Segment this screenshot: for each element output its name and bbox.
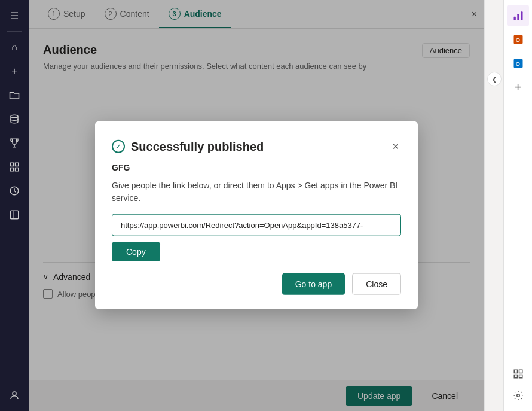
expand-icon[interactable] xyxy=(507,363,529,385)
copy-button[interactable]: Copy xyxy=(112,242,160,261)
svg-rect-4 xyxy=(16,168,19,171)
hamburger-menu-icon[interactable]: ☰ xyxy=(4,5,25,26)
modal-title-row: ✓ Successfully published xyxy=(112,139,264,153)
close-modal-button[interactable]: Close xyxy=(352,273,401,294)
svg-rect-1 xyxy=(10,163,13,166)
office-icon[interactable]: O xyxy=(507,29,529,50)
right-icons-panel: O O + xyxy=(503,0,532,411)
panel-icon[interactable] xyxy=(4,204,25,226)
modal-title: Successfully published xyxy=(131,139,264,153)
modal-app-name: GFG xyxy=(112,162,401,172)
svg-rect-2 xyxy=(16,163,19,166)
svg-rect-3 xyxy=(10,168,13,171)
svg-point-7 xyxy=(13,392,16,395)
success-modal: ✓ Successfully published × GFG Give peop… xyxy=(95,121,418,309)
modal-header: ✓ Successfully published × xyxy=(112,138,401,155)
home-icon[interactable]: ⌂ xyxy=(4,36,25,58)
modal-link-url: https://app.powerbi.com/Redirect?action=… xyxy=(112,214,401,236)
folder-icon[interactable] xyxy=(4,84,25,106)
svg-rect-8 xyxy=(513,17,515,20)
svg-rect-9 xyxy=(517,14,519,20)
svg-point-0 xyxy=(11,115,18,118)
svg-text:O: O xyxy=(515,37,519,43)
settings-icon[interactable] xyxy=(507,385,529,406)
go-to-app-button[interactable]: Go to app xyxy=(282,273,346,294)
svg-point-19 xyxy=(516,394,519,397)
svg-rect-10 xyxy=(521,11,522,20)
add-icon[interactable]: + xyxy=(4,60,25,82)
svg-rect-16 xyxy=(519,370,522,373)
bottom-right-icons xyxy=(507,363,529,406)
learn-icon[interactable] xyxy=(4,180,25,202)
database-icon[interactable] xyxy=(4,108,25,130)
left-sidebar: ☰ ⌂ + xyxy=(0,0,29,411)
main-area: 1 Setup 2 Content 3 Audience × Audience … xyxy=(29,0,484,411)
modal-description: Give people the link below, or direct th… xyxy=(112,179,401,204)
svg-rect-17 xyxy=(514,375,517,378)
side-panel: ❮ xyxy=(484,0,503,411)
svg-rect-6 xyxy=(10,211,19,219)
collapse-panel-button[interactable]: ❮ xyxy=(487,72,502,86)
add-extension-icon[interactable]: + xyxy=(507,77,529,98)
modal-close-button[interactable]: × xyxy=(390,138,401,155)
success-check-icon: ✓ xyxy=(112,140,125,153)
people-icon[interactable] xyxy=(4,385,25,406)
grid-apps-icon[interactable] xyxy=(4,156,25,178)
trophy-icon[interactable] xyxy=(4,132,25,154)
svg-rect-15 xyxy=(514,370,517,373)
power-bi-icon[interactable] xyxy=(507,5,529,26)
svg-text:O: O xyxy=(515,61,519,67)
sidebar-divider xyxy=(7,31,22,32)
sidebar-bottom xyxy=(4,385,25,406)
outlook-icon[interactable]: O xyxy=(507,53,529,74)
svg-rect-18 xyxy=(519,375,522,378)
modal-footer: Go to app Close xyxy=(112,273,401,294)
